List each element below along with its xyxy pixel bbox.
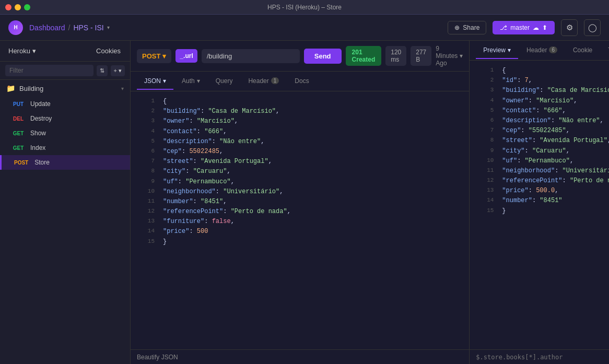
user-button[interactable]: ◯ [584, 19, 601, 36]
sidebar: Heroku ▾ Cookies ⇅ + ▾ 📁 Building ▾ PUT … [0, 41, 131, 364]
tab-query[interactable]: Query [208, 73, 240, 90]
response-code-area[interactable]: 1{ 2"id": 7, 3"building": "Casa de Marcí… [470, 61, 609, 349]
sidebar-item-show[interactable]: GET Show [0, 126, 130, 140]
branch-icon: ⎇ [500, 24, 507, 31]
request-code-area[interactable]: 1{ 2"building": "Casa de Marcísio", 3"ow… [131, 91, 469, 349]
response-tabs-bar: Preview ▾ Header 6 Cookie Timeline [470, 41, 609, 61]
group-chevron-icon: ▾ [121, 86, 124, 91]
settings-button[interactable]: ⚙ [561, 19, 578, 36]
share-button[interactable]: ⊕ Share [448, 21, 486, 34]
req-line-5: 5"description": "Não entre", [131, 137, 469, 147]
timestamp-text: 9 Minutes Ago [436, 45, 458, 67]
tab-timeline[interactable]: Timeline [601, 42, 609, 59]
breadcrumb-separator: / [68, 24, 71, 32]
logo-text: H [14, 25, 17, 30]
tab-docs[interactable]: Docs [287, 73, 316, 90]
sidebar-filter: ⇅ + ▾ [0, 62, 130, 80]
tab-preview[interactable]: Preview ▾ [476, 42, 518, 59]
response-bottom-bar: ? [470, 349, 609, 364]
filter-add-button[interactable]: + ▾ [111, 65, 125, 76]
method-badge-get-show: GET [10, 130, 26, 137]
heroku-button[interactable]: Heroku ▾ [5, 45, 39, 57]
heroku-dropdown-icon: ▾ [32, 47, 36, 55]
beautify-button[interactable]: Beautify JSON [137, 354, 178, 361]
cookies-label: Cookies [96, 47, 121, 55]
response-query-input[interactable] [476, 354, 609, 361]
project-name[interactable]: HPS - ISI [73, 24, 103, 32]
req-line-4: 4"contact": "666", [131, 127, 469, 137]
url-input[interactable] [202, 49, 300, 63]
heroku-label: Heroku [8, 47, 30, 55]
sidebar-group-building: 📁 Building ▾ PUT Update DEL Destroy GET … [0, 80, 130, 170]
sidebar-top: Heroku ▾ Cookies [0, 41, 130, 62]
minimize-button[interactable] [15, 4, 21, 10]
share-icon: ⊕ [454, 24, 460, 31]
resp-line-13: 13"price": 500.0, [470, 186, 609, 196]
tab-resp-header[interactable]: Header 6 [519, 42, 565, 59]
method-selector[interactable]: POST ▾ [137, 49, 171, 63]
tab-json-dropdown: ▾ [163, 77, 166, 85]
resp-line-8: 8"street": "Avenida Portugal", [470, 136, 609, 146]
master-button[interactable]: ⎇ master ☁ ⬆ [493, 21, 555, 34]
timestamp-dropdown-icon: ▾ [460, 52, 463, 60]
request-bottom-bar: Beautify JSON [131, 349, 469, 364]
tab-json-label: JSON [144, 77, 161, 85]
req-line-10: 10"neighborhood": "Universitário", [131, 187, 469, 197]
method-badge-put: PUT [10, 101, 26, 108]
resp-line-12: 12"referencePoint": "Perto de nada", [470, 176, 609, 186]
tab-preview-dropdown: ▾ [508, 46, 511, 54]
resp-line-1: 1{ [470, 66, 609, 76]
item-label-update: Update [30, 100, 51, 108]
group-name: Building [19, 85, 43, 92]
resp-line-15: 15} [470, 206, 609, 216]
user-icon: ◯ [588, 23, 597, 32]
tab-cookie[interactable]: Cookie [566, 42, 600, 59]
sidebar-item-store[interactable]: POST Store [0, 155, 130, 170]
close-button[interactable] [5, 4, 11, 10]
cookies-button[interactable]: Cookies [92, 45, 125, 57]
dashboard-link[interactable]: Dashboard [29, 24, 65, 32]
method-badge-post: POST [12, 159, 30, 166]
tab-json[interactable]: JSON ▾ [137, 73, 173, 90]
tab-resp-header-badge: 6 [549, 46, 557, 53]
req-line-2: 2"building": "Casa de Marcísio", [131, 107, 469, 116]
sidebar-item-index[interactable]: GET Index [0, 140, 130, 155]
item-label-index: Index [30, 144, 45, 151]
resp-line-3: 3"building": "Casa de Marcísio", [470, 86, 609, 96]
sidebar-item-update[interactable]: PUT Update [0, 97, 130, 111]
item-label-store: Store [34, 159, 50, 166]
request-tabs-bar: JSON ▾ Auth ▾ Query Header 1 Docs [131, 72, 469, 91]
size-badge: 277 B [411, 46, 431, 66]
filter-sort-button[interactable]: ⇅ [97, 65, 108, 76]
filter-input[interactable] [5, 65, 93, 76]
response-panel: Preview ▾ Header 6 Cookie Timeline 1{ 2"… [470, 41, 609, 364]
tab-query-label: Query [216, 77, 233, 85]
req-line-7: 7"street": "Avenida Portugal", [131, 157, 469, 167]
tab-auth-label: Auth [182, 77, 195, 85]
tab-auth[interactable]: Auth ▾ [174, 73, 207, 90]
group-header-building[interactable]: 📁 Building ▾ [0, 80, 130, 97]
topnav: H Dashboard / HPS - ISI ▾ ⊕ Share ⎇ mast… [0, 15, 609, 41]
nav-breadcrumb: Dashboard / HPS - ISI ▾ [29, 24, 110, 32]
selected-method: POST [142, 52, 160, 60]
url-prefix[interactable]: _.url [175, 49, 197, 63]
tab-header-badge: 1 [271, 77, 279, 84]
maximize-button[interactable] [24, 4, 30, 10]
tab-preview-label: Preview [483, 46, 506, 54]
resp-line-7: 7"cep": "55022485", [470, 126, 609, 136]
tab-header[interactable]: Header 1 [241, 73, 286, 90]
time-badge: 120 ms [385, 46, 406, 66]
req-line-14: 14"price": 500 [131, 227, 469, 237]
project-dropdown-icon[interactable]: ▾ [107, 25, 110, 30]
tab-resp-header-label: Header [526, 46, 547, 54]
settings-icon: ⚙ [566, 23, 573, 32]
req-line-11: 11"number": "8451", [131, 197, 469, 207]
send-button[interactable]: Send [304, 49, 342, 64]
req-line-8: 8"city": "Caruaru", [131, 167, 469, 177]
window-title: HPS - ISI (Heroku) – Store [267, 4, 342, 11]
method-badge-get-index: GET [10, 145, 26, 151]
main-layout: Heroku ▾ Cookies ⇅ + ▾ 📁 Building ▾ PUT … [0, 41, 609, 364]
folder-icon: 📁 [6, 84, 15, 92]
timestamp-label: 9 Minutes Ago ▾ [436, 45, 463, 67]
sidebar-item-destroy[interactable]: DEL Destroy [0, 111, 130, 126]
